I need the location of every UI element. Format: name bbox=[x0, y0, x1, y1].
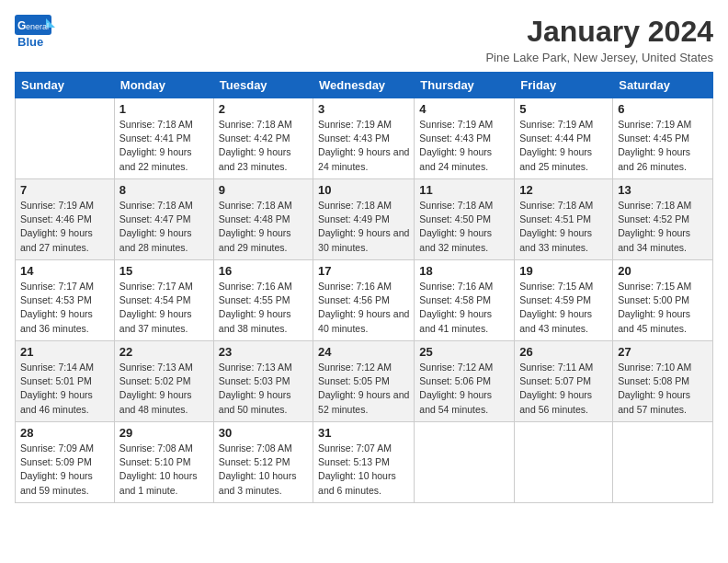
cell-info: Sunrise: 7:12 AM Sunset: 5:06 PM Dayligh… bbox=[419, 361, 509, 417]
cell-info: Sunrise: 7:19 AM Sunset: 4:45 PM Dayligh… bbox=[618, 118, 708, 174]
cell-info: Sunrise: 7:19 AM Sunset: 4:43 PM Dayligh… bbox=[318, 118, 409, 174]
calendar-cell: 16Sunrise: 7:16 AM Sunset: 4:55 PM Dayli… bbox=[213, 260, 313, 341]
cell-info: Sunrise: 7:13 AM Sunset: 5:03 PM Dayligh… bbox=[219, 361, 308, 417]
cell-info: Sunrise: 7:17 AM Sunset: 4:53 PM Dayligh… bbox=[20, 280, 109, 336]
calendar-cell: 17Sunrise: 7:16 AM Sunset: 4:56 PM Dayli… bbox=[313, 260, 415, 341]
day-number: 18 bbox=[419, 264, 509, 278]
cell-info: Sunrise: 7:18 AM Sunset: 4:42 PM Dayligh… bbox=[219, 118, 308, 174]
calendar-cell: 18Sunrise: 7:16 AM Sunset: 4:58 PM Dayli… bbox=[415, 260, 515, 341]
dow-header-friday: Friday bbox=[515, 73, 613, 98]
calendar-cell: 28Sunrise: 7:09 AM Sunset: 5:09 PM Dayli… bbox=[16, 422, 115, 503]
day-number: 30 bbox=[219, 426, 308, 440]
calendar-cell: 30Sunrise: 7:08 AM Sunset: 5:12 PM Dayli… bbox=[213, 422, 313, 503]
day-number: 19 bbox=[519, 264, 608, 278]
day-number: 6 bbox=[618, 102, 708, 116]
cell-info: Sunrise: 7:12 AM Sunset: 5:05 PM Dayligh… bbox=[318, 361, 409, 417]
svg-text:Blue: Blue bbox=[17, 35, 43, 49]
cell-info: Sunrise: 7:15 AM Sunset: 4:59 PM Dayligh… bbox=[519, 280, 608, 336]
cell-info: Sunrise: 7:08 AM Sunset: 5:10 PM Dayligh… bbox=[119, 442, 209, 498]
page-header: G eneral Blue January 2024 Pine Lake Par… bbox=[15, 15, 713, 64]
calendar-cell: 13Sunrise: 7:18 AM Sunset: 4:52 PM Dayli… bbox=[613, 179, 713, 260]
calendar-week-row: 1Sunrise: 7:18 AM Sunset: 4:41 PM Daylig… bbox=[16, 98, 713, 179]
calendar-cell: 12Sunrise: 7:18 AM Sunset: 4:51 PM Dayli… bbox=[515, 179, 613, 260]
cell-info: Sunrise: 7:16 AM Sunset: 4:56 PM Dayligh… bbox=[318, 280, 409, 336]
calendar-week-row: 14Sunrise: 7:17 AM Sunset: 4:53 PM Dayli… bbox=[16, 260, 713, 341]
calendar-cell: 22Sunrise: 7:13 AM Sunset: 5:02 PM Dayli… bbox=[114, 341, 213, 422]
cell-info: Sunrise: 7:13 AM Sunset: 5:02 PM Dayligh… bbox=[119, 361, 209, 417]
dow-header-thursday: Thursday bbox=[415, 73, 515, 98]
cell-info: Sunrise: 7:18 AM Sunset: 4:50 PM Dayligh… bbox=[419, 199, 509, 255]
dow-header-sunday: Sunday bbox=[16, 73, 115, 98]
calendar-cell: 3Sunrise: 7:19 AM Sunset: 4:43 PM Daylig… bbox=[313, 98, 415, 179]
calendar-cell: 9Sunrise: 7:18 AM Sunset: 4:48 PM Daylig… bbox=[213, 179, 313, 260]
day-number: 23 bbox=[219, 345, 308, 359]
day-number: 16 bbox=[219, 264, 308, 278]
cell-info: Sunrise: 7:19 AM Sunset: 4:44 PM Dayligh… bbox=[519, 118, 608, 174]
day-number: 11 bbox=[419, 183, 509, 197]
calendar-cell: 31Sunrise: 7:07 AM Sunset: 5:13 PM Dayli… bbox=[313, 422, 415, 503]
calendar-cell: 14Sunrise: 7:17 AM Sunset: 4:53 PM Dayli… bbox=[16, 260, 115, 341]
day-number: 12 bbox=[519, 183, 608, 197]
cell-info: Sunrise: 7:14 AM Sunset: 5:01 PM Dayligh… bbox=[20, 361, 109, 417]
calendar-cell: 7Sunrise: 7:19 AM Sunset: 4:46 PM Daylig… bbox=[16, 179, 115, 260]
cell-info: Sunrise: 7:17 AM Sunset: 4:54 PM Dayligh… bbox=[119, 280, 209, 336]
cell-info: Sunrise: 7:16 AM Sunset: 4:55 PM Dayligh… bbox=[219, 280, 308, 336]
day-number: 17 bbox=[318, 264, 409, 278]
logo-icon: G eneral Blue bbox=[15, 15, 55, 50]
calendar-header-row: SundayMondayTuesdayWednesdayThursdayFrid… bbox=[16, 73, 713, 98]
cell-info: Sunrise: 7:18 AM Sunset: 4:52 PM Dayligh… bbox=[618, 199, 708, 255]
day-number: 1 bbox=[119, 102, 209, 116]
day-number: 5 bbox=[519, 102, 608, 116]
calendar-cell: 19Sunrise: 7:15 AM Sunset: 4:59 PM Dayli… bbox=[515, 260, 613, 341]
day-number: 20 bbox=[618, 264, 708, 278]
cell-info: Sunrise: 7:08 AM Sunset: 5:12 PM Dayligh… bbox=[219, 442, 308, 498]
calendar-cell: 25Sunrise: 7:12 AM Sunset: 5:06 PM Dayli… bbox=[415, 341, 515, 422]
calendar-cell bbox=[16, 98, 115, 179]
day-number: 13 bbox=[618, 183, 708, 197]
dow-header-tuesday: Tuesday bbox=[213, 73, 313, 98]
calendar-cell bbox=[515, 422, 613, 503]
day-number: 24 bbox=[318, 345, 409, 359]
calendar-cell: 27Sunrise: 7:10 AM Sunset: 5:08 PM Dayli… bbox=[613, 341, 713, 422]
dow-header-wednesday: Wednesday bbox=[313, 73, 415, 98]
day-number: 4 bbox=[419, 102, 509, 116]
logo: G eneral Blue bbox=[15, 15, 55, 50]
calendar-week-row: 7Sunrise: 7:19 AM Sunset: 4:46 PM Daylig… bbox=[16, 179, 713, 260]
cell-info: Sunrise: 7:10 AM Sunset: 5:08 PM Dayligh… bbox=[618, 361, 708, 417]
calendar-cell: 23Sunrise: 7:13 AM Sunset: 5:03 PM Dayli… bbox=[213, 341, 313, 422]
day-number: 2 bbox=[219, 102, 308, 116]
month-title: January 2024 bbox=[485, 15, 713, 49]
calendar-cell: 11Sunrise: 7:18 AM Sunset: 4:50 PM Dayli… bbox=[415, 179, 515, 260]
cell-info: Sunrise: 7:18 AM Sunset: 4:49 PM Dayligh… bbox=[318, 199, 409, 255]
day-number: 21 bbox=[20, 345, 109, 359]
cell-info: Sunrise: 7:16 AM Sunset: 4:58 PM Dayligh… bbox=[419, 280, 509, 336]
svg-text:eneral: eneral bbox=[26, 22, 49, 31]
day-number: 15 bbox=[119, 264, 209, 278]
cell-info: Sunrise: 7:18 AM Sunset: 4:51 PM Dayligh… bbox=[519, 199, 608, 255]
calendar-cell: 21Sunrise: 7:14 AM Sunset: 5:01 PM Dayli… bbox=[16, 341, 115, 422]
day-number: 8 bbox=[119, 183, 209, 197]
calendar-cell: 5Sunrise: 7:19 AM Sunset: 4:44 PM Daylig… bbox=[515, 98, 613, 179]
day-number: 7 bbox=[20, 183, 109, 197]
cell-info: Sunrise: 7:07 AM Sunset: 5:13 PM Dayligh… bbox=[318, 442, 409, 498]
day-number: 29 bbox=[119, 426, 209, 440]
day-number: 14 bbox=[20, 264, 109, 278]
day-number: 3 bbox=[318, 102, 409, 116]
cell-info: Sunrise: 7:11 AM Sunset: 5:07 PM Dayligh… bbox=[519, 361, 608, 417]
cell-info: Sunrise: 7:18 AM Sunset: 4:41 PM Dayligh… bbox=[119, 118, 209, 174]
calendar-cell: 6Sunrise: 7:19 AM Sunset: 4:45 PM Daylig… bbox=[613, 98, 713, 179]
day-number: 22 bbox=[119, 345, 209, 359]
calendar-cell bbox=[613, 422, 713, 503]
day-number: 27 bbox=[618, 345, 708, 359]
cell-info: Sunrise: 7:19 AM Sunset: 4:46 PM Dayligh… bbox=[20, 199, 109, 255]
day-number: 10 bbox=[318, 183, 409, 197]
location: Pine Lake Park, New Jersey, United State… bbox=[485, 51, 713, 64]
calendar-cell: 26Sunrise: 7:11 AM Sunset: 5:07 PM Dayli… bbox=[515, 341, 613, 422]
day-number: 9 bbox=[219, 183, 308, 197]
day-number: 25 bbox=[419, 345, 509, 359]
calendar-cell: 8Sunrise: 7:18 AM Sunset: 4:47 PM Daylig… bbox=[114, 179, 213, 260]
calendar-cell: 1Sunrise: 7:18 AM Sunset: 4:41 PM Daylig… bbox=[114, 98, 213, 179]
cell-info: Sunrise: 7:19 AM Sunset: 4:43 PM Dayligh… bbox=[419, 118, 509, 174]
calendar-cell: 24Sunrise: 7:12 AM Sunset: 5:05 PM Dayli… bbox=[313, 341, 415, 422]
title-block: January 2024 Pine Lake Park, New Jersey,… bbox=[485, 15, 713, 64]
